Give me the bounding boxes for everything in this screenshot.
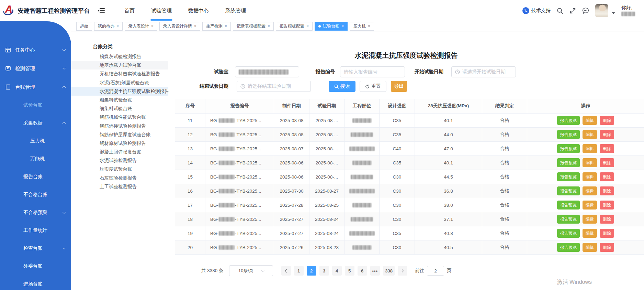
category-item-粉煤灰试验检测报告[interactable]: 粉煤灰试验检测报告 xyxy=(71,52,168,61)
close-icon[interactable]: × xyxy=(116,24,119,28)
tab-录入表设计[interactable]: 录入表设计× xyxy=(125,22,157,31)
delete-button[interactable]: 删除 xyxy=(600,243,614,252)
lab-input[interactable] xyxy=(235,66,299,77)
more-pages-button[interactable]: ••• xyxy=(370,266,380,276)
page-button-3[interactable]: 3 xyxy=(319,266,329,276)
category-item-水泥试验检测报告[interactable]: 水泥试验检测报告 xyxy=(71,156,168,165)
delete-button[interactable]: 删除 xyxy=(600,201,614,210)
goto-page-input[interactable] xyxy=(427,266,444,276)
edit-button[interactable]: 编辑 xyxy=(583,158,597,167)
tab-记录表模板配置[interactable]: 记录表模板配置× xyxy=(233,22,274,31)
close-icon[interactable]: × xyxy=(368,24,370,28)
close-icon[interactable]: × xyxy=(194,24,196,28)
category-item-压实度试验台账[interactable]: 压实度试验台账 xyxy=(71,165,168,173)
sidebar-item-任务中心[interactable]: 任务中心 xyxy=(0,41,71,59)
sidebar-item-报告台账[interactable]: 报告台账 xyxy=(0,168,71,186)
edit-button[interactable]: 编辑 xyxy=(583,130,597,139)
category-item-水泥(石灰)剂量试验台账[interactable]: 水泥(石灰)剂量试验台账 xyxy=(71,78,168,87)
search-button[interactable]: 搜索 xyxy=(329,81,355,92)
delete-button[interactable]: 删除 xyxy=(600,158,614,167)
page-button-4[interactable]: 4 xyxy=(332,266,342,276)
edit-button[interactable]: 编辑 xyxy=(583,243,597,252)
tab-录入表设计详情[interactable]: 录入表设计详情× xyxy=(159,22,200,31)
nav-item-试验管理[interactable]: 试验管理 xyxy=(151,0,172,21)
category-item-粗集料试验台账[interactable]: 粗集料试验台账 xyxy=(71,96,168,104)
avatar[interactable] xyxy=(595,4,608,17)
close-icon[interactable]: × xyxy=(225,24,227,28)
tab-生产检测[interactable]: 生产检测× xyxy=(202,22,231,31)
export-button[interactable]: 导出 xyxy=(391,81,407,92)
report-preview-button[interactable]: 报告预览 xyxy=(557,144,580,153)
category-item-钢筋保护层厚度试验台账[interactable]: 钢筋保护层厚度试验台账 xyxy=(71,130,168,139)
collapse-menu-icon[interactable] xyxy=(98,7,105,14)
nav-item-数据中心[interactable]: 数据中心 xyxy=(188,0,209,21)
report-preview-button[interactable]: 报告预览 xyxy=(557,158,580,167)
category-item-钢筋焊接试验检测报告[interactable]: 钢筋焊接试验检测报告 xyxy=(71,122,168,130)
delete-button[interactable]: 删除 xyxy=(600,144,614,153)
tab-试验台账[interactable]: 试验台账× xyxy=(315,22,348,31)
report-preview-button[interactable]: 报告预览 xyxy=(557,229,580,238)
delete-button[interactable]: 删除 xyxy=(600,116,614,125)
category-item-水泥混凝土抗压强度试验检测报告[interactable]: 水泥混凝土抗压强度试验检测报告 xyxy=(71,87,168,96)
nav-item-系统管理[interactable]: 系统管理 xyxy=(225,0,246,21)
category-item-细集料试验台账[interactable]: 细集料试验台账 xyxy=(71,104,168,113)
page-button-1[interactable]: 1 xyxy=(294,266,304,276)
delete-button[interactable]: 删除 xyxy=(600,130,614,139)
edit-button[interactable]: 编辑 xyxy=(583,116,597,125)
close-icon[interactable]: × xyxy=(306,24,309,28)
category-item-无机结合料击实试验检测报告[interactable]: 无机结合料击实试验检测报告 xyxy=(71,69,168,78)
edit-button[interactable]: 编辑 xyxy=(583,201,597,210)
delete-button[interactable]: 删除 xyxy=(600,229,614,238)
page-size-select[interactable]: 10条/页 xyxy=(229,265,273,276)
tech-support-link[interactable]: 技术支持 xyxy=(522,7,551,14)
sidebar-item-工作量统计[interactable]: 工作量统计 xyxy=(0,222,71,239)
report-preview-button[interactable]: 报告预览 xyxy=(557,116,580,125)
sidebar-item-检测管理[interactable]: 检测管理 xyxy=(0,59,71,78)
report-preview-button[interactable]: 报告预览 xyxy=(557,186,580,195)
close-icon[interactable]: × xyxy=(151,24,154,28)
search-icon[interactable] xyxy=(557,8,563,14)
category-item-钢材原材试验检测报告[interactable]: 钢材原材试验检测报告 xyxy=(71,139,168,148)
report-preview-button[interactable]: 报告预览 xyxy=(557,201,580,210)
nav-item-首页[interactable]: 首页 xyxy=(124,0,135,21)
next-page-button[interactable] xyxy=(398,266,407,276)
edit-button[interactable]: 编辑 xyxy=(583,172,597,181)
page-button-5[interactable]: 5 xyxy=(345,266,354,276)
close-icon[interactable]: × xyxy=(268,24,270,28)
report-preview-button[interactable]: 报告预览 xyxy=(557,172,580,181)
sidebar-item-万能机[interactable]: 万能机 xyxy=(0,150,71,168)
sidebar-item-不合格台账[interactable]: 不合格台账 xyxy=(0,186,71,204)
sidebar-item-检查台账[interactable]: 检查台账 xyxy=(0,239,71,257)
message-icon[interactable] xyxy=(582,7,589,14)
page-button-338[interactable]: 338 xyxy=(383,266,395,276)
reset-button[interactable]: 重置 xyxy=(360,81,386,92)
edit-button[interactable]: 编辑 xyxy=(583,144,597,153)
report-preview-button[interactable]: 报告预览 xyxy=(557,243,580,252)
sidebar-item-台账管理[interactable]: 台账管理 xyxy=(0,78,71,96)
edit-button[interactable]: 编辑 xyxy=(583,229,597,238)
category-item-土工试验检测报告[interactable]: 土工试验检测报告 xyxy=(71,182,168,191)
category-item-钢筋机械性能试验台账[interactable]: 钢筋机械性能试验台账 xyxy=(71,113,168,121)
start-date-input[interactable]: 请选择开始试验日期 xyxy=(451,66,516,77)
sidebar-item-进场台账[interactable]: 进场台账 xyxy=(0,275,71,290)
sidebar-item-不合格预警[interactable]: 不合格预警 xyxy=(0,204,71,222)
sidebar-item-外委台账[interactable]: 外委台账 xyxy=(0,257,71,275)
category-item-石灰试验检测报告[interactable]: 石灰试验检测报告 xyxy=(71,174,168,182)
sidebar-item-试验台账[interactable]: 试验台账 xyxy=(0,96,71,114)
tab-报告模板配置[interactable]: 报告模板配置× xyxy=(276,22,313,31)
caret-down-icon[interactable] xyxy=(612,12,615,14)
close-icon[interactable]: × xyxy=(341,24,344,28)
fullscreen-icon[interactable] xyxy=(569,8,576,14)
report-preview-button[interactable]: 报告预览 xyxy=(557,130,580,139)
delete-button[interactable]: 删除 xyxy=(600,186,614,195)
tab-压力机[interactable]: 压力机× xyxy=(350,22,374,31)
category-item-地基承载力试验台账[interactable]: 地基承载力试验台账 xyxy=(71,61,168,69)
category-item-混凝土回弹强度台账[interactable]: 混凝土回弹强度台账 xyxy=(71,148,168,156)
page-button-6[interactable]: 6 xyxy=(358,266,367,276)
delete-button[interactable]: 删除 xyxy=(600,172,614,181)
edit-button[interactable]: 编辑 xyxy=(583,186,597,195)
delete-button[interactable]: 删除 xyxy=(600,215,614,224)
tab-我的待办[interactable]: 我的待办× xyxy=(94,22,123,31)
report-preview-button[interactable]: 报告预览 xyxy=(557,215,580,224)
page-button-2[interactable]: 2 xyxy=(307,266,316,276)
